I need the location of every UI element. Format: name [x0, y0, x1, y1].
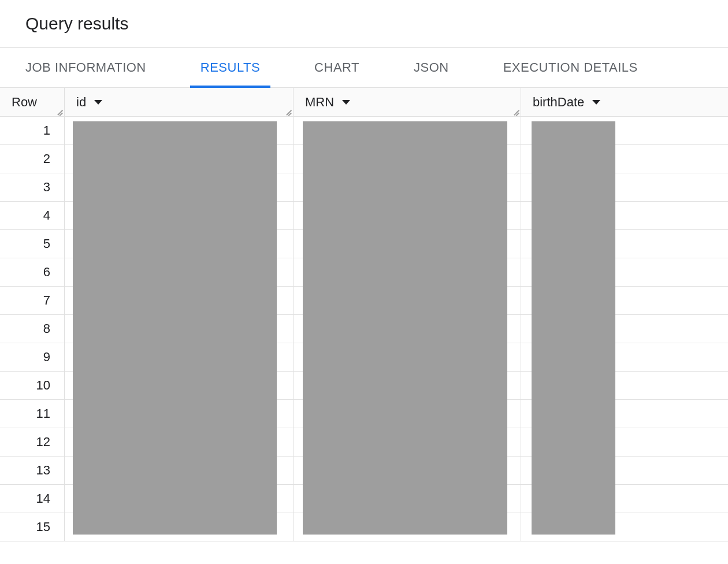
row-number: 3	[0, 173, 65, 201]
cell-mrn	[294, 457, 521, 484]
table-row[interactable]: 14	[0, 485, 728, 513]
tab-results[interactable]: RESULTS	[200, 48, 260, 87]
tabs-container: JOB INFORMATION RESULTS CHART JSON EXECU…	[0, 47, 728, 88]
table-row[interactable]: 2	[0, 145, 728, 173]
cell-id	[65, 400, 294, 428]
cell-mrn	[294, 428, 521, 456]
table-row[interactable]: 10	[0, 372, 728, 400]
cell-birthdate	[521, 173, 728, 201]
cell-id	[65, 258, 294, 286]
row-number: 13	[0, 457, 65, 484]
cell-id	[65, 230, 294, 258]
cell-id	[65, 145, 294, 173]
table-row[interactable]: 6	[0, 258, 728, 287]
cell-birthdate	[521, 400, 728, 428]
cell-birthdate	[521, 372, 728, 399]
cell-id	[65, 457, 294, 484]
cell-birthdate	[521, 343, 728, 371]
row-number: 1	[0, 117, 65, 144]
row-number: 7	[0, 287, 65, 314]
resize-handle-icon[interactable]	[55, 107, 62, 114]
cell-birthdate	[521, 230, 728, 258]
cell-id	[65, 428, 294, 456]
table-body: 1 2 3 4 5 6	[0, 117, 728, 541]
column-header-row[interactable]: Row	[0, 88, 65, 116]
resize-handle-icon[interactable]	[284, 107, 291, 114]
header: Query results	[0, 0, 728, 47]
table-row[interactable]: 5	[0, 230, 728, 258]
table-row[interactable]: 11	[0, 400, 728, 428]
cell-birthdate	[521, 202, 728, 229]
tab-json[interactable]: JSON	[414, 48, 449, 87]
cell-birthdate	[521, 258, 728, 286]
table-row[interactable]: 3	[0, 173, 728, 202]
cell-mrn	[294, 343, 521, 371]
cell-mrn	[294, 287, 521, 314]
cell-mrn	[294, 258, 521, 286]
chevron-down-icon	[94, 100, 102, 105]
table-row[interactable]: 15	[0, 513, 728, 541]
cell-mrn	[294, 315, 521, 343]
cell-birthdate	[521, 513, 728, 541]
cell-id	[65, 372, 294, 399]
cell-birthdate	[521, 117, 728, 144]
cell-mrn	[294, 202, 521, 229]
chevron-down-icon	[342, 100, 350, 105]
cell-id	[65, 513, 294, 541]
cell-id	[65, 315, 294, 343]
cell-id	[65, 287, 294, 314]
column-header-birthdate-label: birthDate	[533, 95, 584, 110]
column-header-mrn-label: MRN	[305, 95, 334, 110]
cell-mrn	[294, 173, 521, 201]
row-number: 5	[0, 230, 65, 258]
cell-id	[65, 485, 294, 513]
column-header-row-label: Row	[12, 95, 37, 110]
cell-birthdate	[521, 315, 728, 343]
page-title: Query results	[25, 14, 703, 34]
row-number: 11	[0, 400, 65, 428]
tab-execution-details[interactable]: EXECUTION DETAILS	[503, 48, 638, 87]
cell-mrn	[294, 145, 521, 173]
cell-mrn	[294, 117, 521, 144]
cell-birthdate	[521, 145, 728, 173]
row-number: 12	[0, 428, 65, 456]
column-header-id-label: id	[76, 95, 86, 110]
cell-birthdate	[521, 428, 728, 456]
chevron-down-icon	[592, 100, 600, 105]
table-row[interactable]: 8	[0, 315, 728, 343]
table-row[interactable]: 9	[0, 343, 728, 372]
resize-handle-icon[interactable]	[512, 107, 519, 114]
table-header-row: Row id MRN birthDate	[0, 88, 728, 117]
column-header-id[interactable]: id	[65, 88, 294, 116]
cell-mrn	[294, 372, 521, 399]
row-number: 15	[0, 513, 65, 541]
results-table: Row id MRN birthDate 1 2	[0, 88, 728, 541]
column-header-birthdate[interactable]: birthDate	[521, 88, 728, 116]
row-number: 4	[0, 202, 65, 229]
cell-mrn	[294, 485, 521, 513]
row-number: 10	[0, 372, 65, 399]
cell-mrn	[294, 400, 521, 428]
row-number: 6	[0, 258, 65, 286]
row-number: 8	[0, 315, 65, 343]
cell-id	[65, 202, 294, 229]
cell-birthdate	[521, 287, 728, 314]
table-row[interactable]: 4	[0, 202, 728, 230]
row-number: 9	[0, 343, 65, 371]
tab-job-information[interactable]: JOB INFORMATION	[25, 48, 146, 87]
row-number: 2	[0, 145, 65, 173]
cell-id	[65, 117, 294, 144]
cell-mrn	[294, 230, 521, 258]
table-row[interactable]: 12	[0, 428, 728, 457]
cell-id	[65, 343, 294, 371]
cell-id	[65, 173, 294, 201]
cell-mrn	[294, 513, 521, 541]
table-row[interactable]: 1	[0, 117, 728, 145]
tab-chart[interactable]: CHART	[314, 48, 359, 87]
table-row[interactable]: 7	[0, 287, 728, 315]
table-row[interactable]: 13	[0, 457, 728, 485]
row-number: 14	[0, 485, 65, 513]
cell-birthdate	[521, 485, 728, 513]
cell-birthdate	[521, 457, 728, 484]
column-header-mrn[interactable]: MRN	[294, 88, 521, 116]
